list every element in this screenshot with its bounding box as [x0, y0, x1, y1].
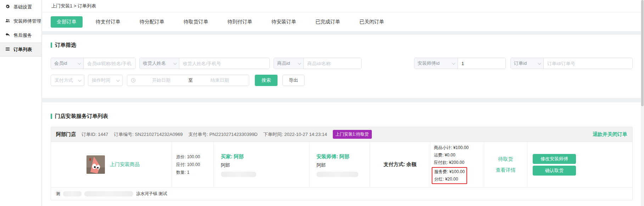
- sidebar-item-order-list[interactable]: 订单列表: [0, 42, 41, 57]
- installer-account: 阿部: [317, 161, 370, 170]
- tab-pending-pickup[interactable]: 待取货订单: [178, 16, 214, 28]
- order-list-title: 门店安装服务订单列表: [51, 113, 633, 120]
- installer-field-select[interactable]: 安装师傅id: [414, 58, 458, 69]
- chevron-down-icon: [538, 61, 541, 65]
- tab-completed[interactable]: 已完成订单: [309, 16, 346, 28]
- sidebar-item-after-sales[interactable]: 售后服务: [0, 28, 41, 42]
- sidebar-item-label: 订单列表: [13, 46, 32, 53]
- chevron-down-icon: [173, 61, 177, 65]
- section-divider: [42, 98, 641, 102]
- refund-close-link[interactable]: 退款并关闭订单: [593, 131, 627, 138]
- sidebar-item-label: 售后服务: [13, 32, 32, 39]
- page-scrollbar: [641, 0, 644, 206]
- filter-consignee: 收货人姓名: [139, 58, 270, 69]
- product-cell: 上门安装商品: [51, 142, 172, 187]
- product-price-info-cell: 原价: 100.00 应付: 100.00 数量: 1: [172, 142, 214, 187]
- product-field-select[interactable]: 商品id: [274, 58, 304, 69]
- sidebar: 基础设置 安装师傅管理 售后服务 订单列表: [0, 0, 42, 206]
- address-redacted: [63, 191, 82, 196]
- installer-label-row: 安装师傅: 阿部: [317, 152, 370, 161]
- users-icon: [5, 18, 10, 24]
- product-image: [86, 155, 105, 174]
- order-number: 订单编号: SN22102714232A0969: [114, 131, 183, 138]
- installer-search-input[interactable]: [458, 58, 505, 69]
- end-date-placeholder: 结束日期: [194, 77, 245, 84]
- payment-method-cell: 支付方式: 余额: [370, 142, 430, 187]
- filter-row-2: 支付方式 操作时间 开始日期 至 结束日期 搜索 导出: [51, 75, 633, 86]
- order-admin-page: 基础设置 安装师傅管理 售后服务 订单列表 上门安装1 > 订单列表 全部订单 …: [0, 0, 644, 206]
- sidebar-item-label: 安装师傅管理: [13, 18, 41, 24]
- order-list-section: 门店安装服务订单列表 阿部门店 订单ID: 1447 订单编号: SN22102…: [42, 102, 641, 206]
- installer-phone-redacted: [317, 172, 358, 177]
- quantity: 数量: 1: [176, 168, 213, 176]
- tab-pending-payment[interactable]: 待支付订单: [90, 16, 127, 28]
- order-search-input[interactable]: [544, 58, 632, 69]
- member-search-input[interactable]: [84, 58, 135, 69]
- order-totals-cell: 商品小计: ¥100.00 运费: ¥0.00 应付款: ¥200.00 服务费…: [430, 142, 484, 187]
- main-content: 上门安装1 > 订单列表 全部订单 待支付订单 待分配订单 待取货订单 待到付订…: [42, 0, 641, 206]
- order-id: 订单ID: 1447: [82, 131, 108, 138]
- shipping-line: 运费: ¥0.00: [434, 151, 484, 159]
- buyer-account: 阿部: [221, 161, 309, 170]
- sidebar-item-basic-settings[interactable]: 基础设置: [0, 0, 41, 14]
- payable-price: 应付: 100.00: [176, 161, 213, 168]
- tab-pending-cod[interactable]: 待到付订单: [222, 16, 258, 28]
- dividend-line: 分红: ¥20.00: [434, 176, 465, 183]
- order-status-cell: 待取货 查看详情: [484, 142, 527, 187]
- service-fee-line: 服务费: ¥100.00: [434, 168, 465, 176]
- order-time: 下单时间: 2022-10-27 14:23:14: [263, 131, 327, 138]
- tab-all-orders[interactable]: 全部订单: [51, 16, 83, 28]
- export-button[interactable]: 导出: [282, 75, 304, 86]
- chevron-down-icon: [116, 78, 120, 82]
- consignee-field-select[interactable]: 收货人姓名: [140, 58, 179, 69]
- filter-order: 订单id: [510, 58, 633, 69]
- reply-arrow-icon: [5, 32, 10, 39]
- date-separator: 至: [187, 77, 194, 84]
- search-button[interactable]: 搜索: [255, 75, 278, 86]
- filter-row-1: 会员id 收货人姓名 商品id: [51, 58, 633, 69]
- view-details-link[interactable]: 查看详情: [496, 167, 516, 173]
- address-redacted: [84, 191, 133, 196]
- store-name: 阿部门店: [56, 131, 76, 138]
- filter-section-title: 订单筛选: [51, 42, 633, 48]
- sidebar-item-installer-management[interactable]: 安装师傅管理: [0, 14, 41, 28]
- chevron-down-icon: [78, 61, 81, 65]
- clock-icon: [131, 78, 136, 83]
- list-icon: [5, 46, 10, 53]
- start-date-placeholder: 开始日期: [136, 77, 187, 84]
- change-installer-button[interactable]: 修改安装师傅: [533, 154, 576, 164]
- scrollbar-thumb[interactable]: [641, 0, 644, 106]
- tab-pending-assignment[interactable]: 待分配订单: [134, 16, 170, 28]
- order-filter-section: 订单筛选 会员id 收货人姓名 商品id: [42, 35, 641, 98]
- chevron-down-icon: [298, 61, 301, 65]
- member-field-select[interactable]: 会员id: [51, 58, 84, 69]
- order-field-select[interactable]: 订单id: [511, 58, 544, 69]
- consignee-search-input[interactable]: [179, 58, 269, 69]
- order-card: 阿部门店 订单ID: 1447 订单编号: SN22102714232A0969…: [51, 127, 633, 200]
- tab-closed[interactable]: 已关闭订单: [353, 16, 390, 28]
- chevron-down-icon: [78, 78, 82, 82]
- filter-member: 会员id: [51, 58, 136, 69]
- filter-installer: 安装师傅id: [414, 58, 506, 69]
- product-search-input[interactable]: [304, 58, 361, 69]
- buyer-label-row: 买家: 阿部: [221, 152, 309, 161]
- subtotal-line: 商品小计: ¥100.00: [434, 144, 484, 151]
- order-card-header: 阿部门店 订单ID: 1447 订单编号: SN22102714232A0969…: [51, 127, 632, 142]
- order-status-text: 待取货: [498, 156, 513, 162]
- product-name-link[interactable]: 上门安装商品: [110, 161, 140, 168]
- gear-icon: [5, 4, 10, 10]
- payment-method-select[interactable]: 支付方式: [51, 75, 84, 86]
- buyer-cell: 买家: 阿部 阿部: [214, 142, 309, 187]
- address-prefix: 测: [56, 191, 60, 197]
- address-suffix: 凉水河子镇 测试: [136, 191, 167, 197]
- tab-pending-install[interactable]: 待安装订单: [265, 16, 302, 28]
- operation-time-select[interactable]: 操作时间: [88, 75, 123, 86]
- amount-due-line: 应付款: ¥200.00: [434, 159, 484, 166]
- order-row: 上门安装商品 原价: 100.00 应付: 100.00 数量: 1 买家: 阿…: [51, 142, 632, 187]
- section-divider: [42, 31, 641, 35]
- installer-cell: 安装师傅: 阿部 阿部: [309, 142, 370, 187]
- original-price: 原价: 100.00: [176, 153, 213, 161]
- confirm-pickup-button[interactable]: 确认取货: [533, 166, 576, 176]
- date-range-picker[interactable]: 开始日期 至 结束日期: [127, 75, 249, 86]
- order-address-footer: 测 凉水河子镇 测试: [51, 187, 632, 200]
